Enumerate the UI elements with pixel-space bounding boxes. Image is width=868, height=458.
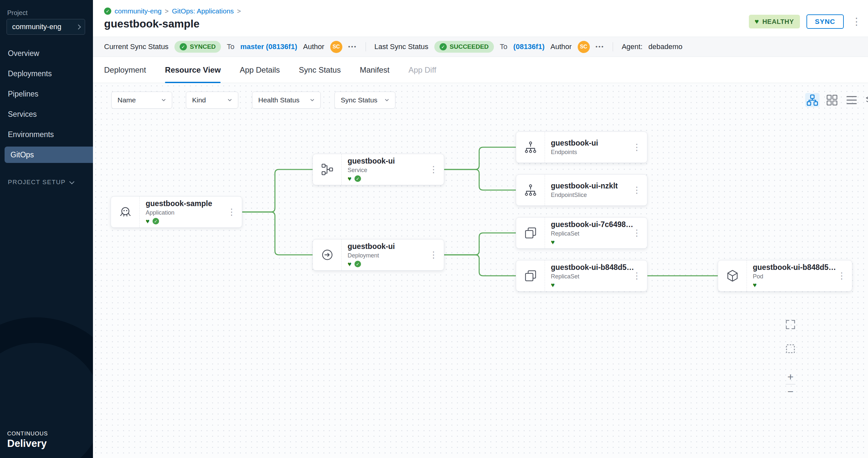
chevron-down-icon: [69, 179, 74, 184]
filter-health-status[interactable]: Health Status: [252, 92, 321, 109]
sidebar-item-pipelines[interactable]: Pipelines: [0, 84, 93, 104]
node-replicaset-guestbook-ui-7c64987dc9[interactable]: guestbook-ui-7c64987dc9 ReplicaSet ♥ ⋮: [516, 217, 647, 249]
current-sync-status-label: Current Sync Status: [104, 42, 168, 51]
succeeded-badge-label: SUCCEEDED: [450, 43, 489, 51]
group-view-icon: [865, 94, 868, 107]
tab-label: Deployment: [104, 65, 146, 74]
sidebar-item-services[interactable]: Services: [0, 104, 93, 124]
view-mode-switcher: [805, 93, 868, 107]
filter-label: Health Status: [258, 96, 300, 104]
sync-check-icon: ✓: [354, 261, 361, 267]
node-pod-guestbook-ui-b848d5d9[interactable]: guestbook-ui-b848d5d9... Pod ♥ ⋮: [718, 260, 852, 292]
filter-name[interactable]: Name: [111, 92, 172, 109]
author-label: Author: [303, 42, 324, 51]
pod-icon: [718, 260, 747, 291]
fit-selection-button[interactable]: [783, 341, 798, 356]
grid-view-button[interactable]: [825, 93, 839, 107]
node-menu-button[interactable]: ⋮: [630, 140, 644, 155]
last-sync-more-menu[interactable]: •••: [596, 43, 604, 50]
sidebar-item-label: GitOps: [10, 151, 34, 159]
sync-check-icon: ✓: [153, 218, 159, 224]
list-view-button[interactable]: [844, 93, 859, 107]
header-kebab-menu[interactable]: ⋮: [850, 15, 863, 28]
sidebar-item-overview[interactable]: Overview: [0, 43, 93, 63]
tree-view-icon: [806, 94, 819, 107]
breadcrumb-project-link[interactable]: community-eng: [115, 7, 162, 15]
project-selector[interactable]: community-eng: [6, 19, 85, 35]
list-view-icon: [845, 94, 858, 107]
breadcrumb-applications-link[interactable]: GitOps: Applications: [172, 7, 234, 15]
health-heart-icon: ♥: [551, 282, 555, 288]
filter-label: Sync Status: [341, 96, 377, 104]
node-service-guestbook-ui[interactable]: guestbook-ui Service ♥ ✓ ⋮: [313, 154, 444, 185]
sidebar-nav: Overview Deployments Pipelines Services …: [0, 43, 93, 165]
node-menu-button[interactable]: ⋮: [630, 226, 644, 240]
tab-deployment[interactable]: Deployment: [104, 57, 146, 83]
endpoints-icon: [516, 132, 545, 163]
sync-button[interactable]: SYNC: [806, 14, 844, 29]
project-label: Project: [7, 9, 28, 17]
project-setup-label: PROJECT SETUP: [8, 178, 65, 186]
chevron-down-icon: [227, 97, 233, 103]
group-view-button[interactable]: [864, 93, 868, 107]
chevron-down-icon: [161, 97, 166, 103]
node-menu-button[interactable]: ⋮: [630, 269, 644, 283]
node-endpoints-guestbook-ui[interactable]: guestbook-ui Endpoints ⋮: [516, 132, 647, 163]
filter-sync-status[interactable]: Sync Status: [335, 92, 395, 109]
page-title: guestbook-sample: [104, 18, 200, 30]
tab-app-diff[interactable]: App Diff: [408, 57, 436, 83]
filter-label: Name: [118, 96, 136, 104]
chevron-down-icon: [384, 97, 390, 103]
to-label: To: [500, 42, 507, 51]
brand-line2: Delivery: [7, 438, 48, 450]
zoom-out-button[interactable]: −: [783, 384, 798, 399]
check-icon: ✓: [440, 43, 447, 51]
brand-logo: CONTINUOUS Delivery: [7, 430, 48, 450]
agent-value: debademo: [648, 42, 682, 51]
tab-resource-view[interactable]: Resource View: [165, 57, 221, 83]
tree-view-button[interactable]: [805, 93, 819, 107]
current-revision-link[interactable]: master (08136f1): [240, 42, 297, 51]
tab-app-details[interactable]: App Details: [240, 57, 280, 83]
breadcrumb: ✓ community-eng > GitOps: Applications >: [104, 7, 241, 15]
sidebar-item-label: Deployments: [8, 69, 52, 78]
header-actions: ♥ HEALTHY SYNC ⋮: [749, 14, 863, 29]
project-selector-value: community-eng: [12, 23, 61, 31]
fullscreen-button[interactable]: [783, 317, 798, 332]
succeeded-badge: ✓ SUCCEEDED: [434, 41, 494, 53]
node-endpointslice-guestbook-ui-nzklt[interactable]: guestbook-ui-nzklt EndpointSlice ⋮: [516, 174, 647, 206]
node-menu-button[interactable]: ⋮: [630, 183, 644, 197]
resource-tree-canvas[interactable]: Name Kind Health Status Sync Status: [93, 83, 868, 458]
last-revision-link[interactable]: (08136f1): [513, 42, 544, 51]
node-menu-button[interactable]: ⋮: [427, 248, 440, 262]
zoom-in-button[interactable]: +: [783, 370, 798, 384]
sidebar-item-deployments[interactable]: Deployments: [0, 63, 93, 84]
health-heart-icon: ♥: [348, 175, 351, 182]
filter-kind[interactable]: Kind: [186, 92, 238, 109]
sidebar-item-label: Pipelines: [8, 90, 38, 98]
filter-bar: Name Kind Health Status Sync Status: [111, 92, 395, 109]
canvas-controls: + −: [783, 317, 798, 399]
node-application-guestbook-sample[interactable]: guestbook-sample Application ♥ ✓ ⋮: [111, 196, 242, 228]
health-heart-icon: ♥: [146, 218, 150, 224]
health-heart-icon: ♥: [753, 282, 757, 288]
fullscreen-icon: [784, 319, 796, 330]
node-menu-button[interactable]: ⋮: [427, 162, 440, 177]
node-deployment-guestbook-ui[interactable]: guestbook-ui Deployment ♥ ✓ ⋮: [313, 239, 444, 270]
breadcrumb-separator: >: [237, 7, 241, 15]
tab-manifest[interactable]: Manifest: [360, 57, 390, 83]
app-tabs: Deployment Resource View App Details Syn…: [93, 57, 868, 83]
breadcrumb-separator: >: [165, 7, 169, 15]
tab-label: Resource View: [165, 65, 221, 74]
chevron-right-icon: [76, 24, 81, 29]
project-setup-toggle[interactable]: PROJECT SETUP: [8, 178, 74, 186]
tab-sync-status[interactable]: Sync Status: [299, 57, 341, 83]
node-menu-button[interactable]: ⋮: [224, 205, 239, 219]
node-replicaset-guestbook-ui-b848d5d9d[interactable]: guestbook-ui-b848d5d9d ReplicaSet ♥ ⋮: [516, 260, 647, 292]
tab-label: Sync Status: [299, 65, 341, 74]
node-menu-button[interactable]: ⋮: [835, 269, 849, 283]
current-sync-more-menu[interactable]: •••: [348, 43, 357, 50]
replicaset-icon: [516, 218, 545, 248]
sidebar-item-gitops[interactable]: GitOps: [5, 146, 93, 163]
sidebar-item-environments[interactable]: Environments: [0, 124, 93, 144]
